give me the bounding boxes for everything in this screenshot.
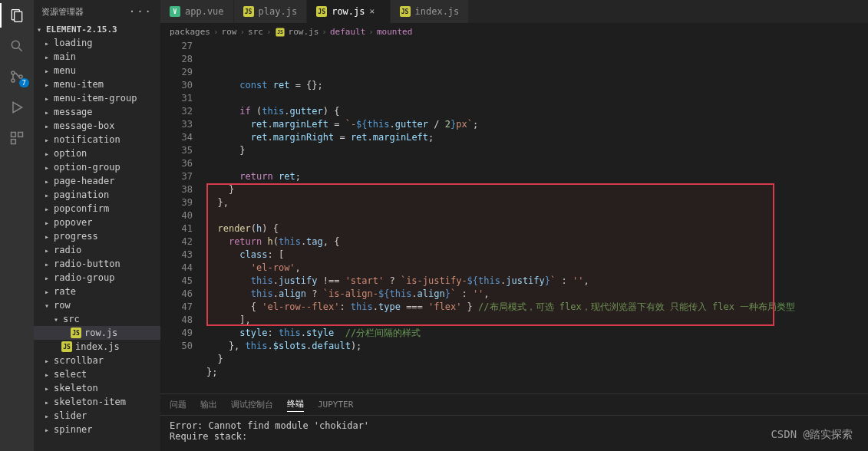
tree-item-radio-button[interactable]: radio-button: [34, 257, 160, 271]
code-line[interactable]: };: [206, 366, 868, 379]
code-line[interactable]: }: [206, 144, 868, 157]
chevron-right-icon: [45, 94, 52, 103]
tree-item-radio-group[interactable]: radio-group: [34, 271, 160, 285]
tree-item-popover[interactable]: popover: [34, 216, 160, 229]
breadcrumb-separator-icon: ›: [368, 27, 374, 37]
breadcrumb-item[interactable]: default: [330, 27, 365, 37]
code-line[interactable]: return ret;: [206, 170, 868, 183]
breadcrumb[interactable]: packages›row›src›row.js›default›mounted: [160, 23, 868, 40]
scm-badge: 7: [19, 78, 29, 87]
breadcrumb-item[interactable]: packages: [170, 27, 210, 37]
tree-item-popconfirm[interactable]: popconfirm: [34, 202, 160, 216]
tree-item-menu[interactable]: menu: [34, 64, 160, 77]
editor[interactable]: 2728293031323334353637383940414243444546…: [160, 40, 868, 393]
tree-item-src[interactable]: src: [34, 312, 160, 326]
terminal-tab-2[interactable]: 调试控制台: [231, 399, 273, 410]
code-line[interactable]: }: [206, 183, 868, 196]
breadcrumb-item[interactable]: mounted: [377, 27, 412, 37]
tree-item-label: option: [54, 148, 87, 159]
tab-label: play.js: [259, 6, 298, 17]
code-line[interactable]: style: this.style //分栏间隔的样式: [206, 327, 868, 340]
tree-item-notification[interactable]: notification: [34, 133, 160, 146]
code-line[interactable]: ret.marginLeft = `-${this.gutter / 2}px`…: [206, 118, 868, 131]
tree-item-menu-item-group[interactable]: menu-item-group: [34, 91, 160, 105]
tree-item-option[interactable]: option: [34, 146, 160, 160]
code-line[interactable]: [206, 92, 868, 105]
line-number: 48: [160, 314, 193, 327]
tree-item-progress[interactable]: progress: [34, 229, 160, 243]
code-line[interactable]: class: [: [206, 249, 868, 262]
terminal-tab-1[interactable]: 输出: [200, 399, 217, 410]
chevron-right-icon: [45, 426, 52, 434]
tree-item-option-group[interactable]: option-group: [34, 160, 160, 174]
source-control-icon[interactable]: 7: [8, 67, 26, 86]
line-number: 46: [160, 288, 193, 301]
tab-row-js[interactable]: JSrow.js✕: [307, 0, 390, 23]
line-number: 50: [160, 340, 193, 353]
code-line[interactable]: }: [206, 353, 868, 366]
tree-item-scrollbar[interactable]: scrollbar: [34, 354, 160, 367]
tree-item-message[interactable]: message: [34, 105, 160, 119]
terminal-tab-4[interactable]: JUPYTER: [318, 400, 353, 410]
code-line[interactable]: 'el-row',: [206, 262, 868, 275]
search-icon[interactable]: [8, 37, 26, 55]
code-line[interactable]: { 'el-row--flex': this.type === 'flex' }…: [206, 301, 868, 314]
breadcrumb-item[interactable]: src: [248, 27, 263, 37]
chevron-right-icon: [45, 412, 52, 420]
code-line[interactable]: return h(this.tag, {: [206, 235, 868, 249]
code-line[interactable]: this.align ? `is-align-${this.align}` : …: [206, 288, 868, 301]
close-icon[interactable]: ✕: [370, 6, 381, 17]
run-debug-icon[interactable]: [8, 98, 26, 117]
line-number: 32: [160, 105, 193, 118]
tree-item-spinner[interactable]: spinner: [34, 423, 160, 436]
tree-item-label: scrollbar: [54, 355, 104, 366]
code-line[interactable]: ],: [206, 314, 868, 327]
tree-item-select[interactable]: select: [34, 367, 160, 381]
tree-item-skeleton[interactable]: skeleton: [34, 381, 160, 395]
tree-item-message-box[interactable]: message-box: [34, 119, 160, 133]
explorer-icon[interactable]: [8, 6, 26, 25]
code-line[interactable]: const ret = {};: [206, 79, 868, 92]
code-line[interactable]: this.justify !== 'start' ? `is-justify-$…: [206, 275, 868, 288]
line-number: 27: [160, 40, 193, 53]
code-line[interactable]: [206, 209, 868, 222]
tab-index-js[interactable]: JSindex.js: [391, 0, 470, 23]
code-line[interactable]: }, this.$slots.default);: [206, 340, 868, 353]
tree-item-index-js[interactable]: index.js: [34, 340, 160, 354]
code-line[interactable]: [206, 379, 868, 392]
line-gutter: 2728293031323334353637383940414243444546…: [160, 40, 206, 393]
extensions-icon[interactable]: [8, 129, 26, 147]
tree-item-pagination[interactable]: pagination: [34, 188, 160, 202]
tree-item-radio[interactable]: radio: [34, 243, 160, 257]
code-line[interactable]: render(h) {: [206, 222, 868, 235]
tree-item-menu-item[interactable]: menu-item: [34, 77, 160, 91]
tab-app-vue[interactable]: Vapp.vue: [160, 0, 234, 23]
tree-item-row[interactable]: row: [34, 298, 160, 312]
code-line[interactable]: ret.marginRight = ret.marginLeft;: [206, 131, 868, 144]
tree-item-rate[interactable]: rate: [34, 285, 160, 298]
code-line[interactable]: },: [206, 196, 868, 209]
tree-item-label: message: [54, 107, 93, 117]
code-line[interactable]: [206, 157, 868, 170]
tree-item-skeleton-item[interactable]: skeleton-item: [34, 395, 160, 409]
tree-item-slider[interactable]: slider: [34, 409, 160, 423]
breadcrumb-item[interactable]: row.js: [289, 27, 319, 37]
svg-point-2: [12, 41, 19, 48]
tree-item-label: message-box: [54, 120, 114, 131]
tree-item-page-header[interactable]: page-header: [34, 174, 160, 188]
tree-root-header[interactable]: ELEMENT-2.15.3: [34, 23, 160, 36]
chevron-right-icon: [45, 398, 52, 407]
sidebar-more-icon[interactable]: ···: [129, 5, 153, 18]
tree-item-row-js[interactable]: row.js: [34, 326, 160, 340]
chevron-right-icon: [45, 122, 52, 130]
tree-item-loading[interactable]: loading: [34, 36, 160, 50]
tab-play-js[interactable]: JSplay.js: [234, 0, 308, 23]
terminal-tab-3[interactable]: 终端: [287, 398, 304, 412]
terminal-tab-0[interactable]: 问题: [170, 399, 186, 410]
code-line[interactable]: if (this.gutter) {: [206, 105, 868, 118]
code-area[interactable]: const ret = {}; if (this.gutter) { ret.m…: [206, 40, 868, 393]
tree-item-main[interactable]: main: [34, 50, 160, 64]
line-number: 29: [160, 66, 193, 79]
breadcrumb-item[interactable]: row: [222, 27, 237, 37]
terminal-output[interactable]: Error: Cannot find module 'chokidar'Requ…: [160, 416, 868, 446]
